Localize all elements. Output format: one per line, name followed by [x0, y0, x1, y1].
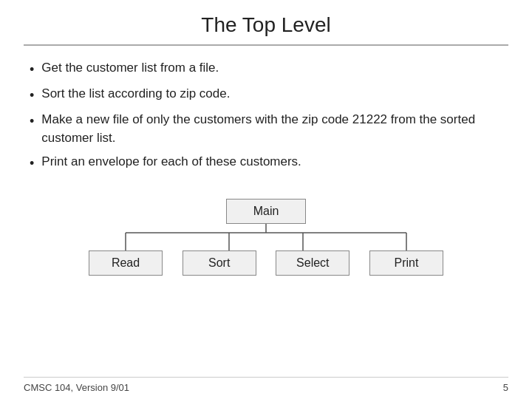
list-item: • Make a new file of only the customers … [30, 111, 502, 147]
list-item: • Get the customer list from a file. [30, 59, 502, 79]
bullet-dot: • [30, 86, 34, 105]
slide-footer: CMSC 104, Version 9/01 5 [24, 377, 508, 399]
bullet-dot: • [30, 60, 34, 79]
diagram-main-box: Main [226, 199, 307, 224]
diagram-children: Read Sort Select Print [89, 250, 443, 276]
bullet-dot: • [30, 154, 34, 173]
diagram-child-read: Read [89, 250, 163, 276]
bullet-list: • Get the customer list from a file. • S… [24, 59, 508, 180]
diagram: Main Read Sort Select [24, 199, 508, 276]
connector-svg [89, 224, 443, 250]
list-item: • Print an envelope for each of these cu… [30, 153, 502, 173]
list-item: • Sort the list according to zip code. [30, 85, 502, 105]
footer-left: CMSC 104, Version 9/01 [24, 382, 129, 393]
bullet-text-4: Print an envelope for each of these cust… [41, 153, 301, 171]
slide-title: The Top Level [24, 0, 508, 46]
diagram-child-print: Print [369, 250, 443, 276]
diagram-child-select: Select [276, 250, 349, 276]
diagram-child-sort: Sort [183, 250, 256, 276]
bullet-dot: • [30, 112, 34, 131]
diagram-connector-lines [89, 224, 443, 250]
slide: The Top Level • Get the customer list fr… [0, 0, 532, 399]
footer-right: 5 [503, 382, 508, 393]
bullet-text-1: Get the customer list from a file. [41, 59, 219, 78]
bullet-text-3: Make a new file of only the customers wi… [41, 111, 502, 147]
bullet-text-2: Sort the list according to zip code. [41, 85, 230, 103]
